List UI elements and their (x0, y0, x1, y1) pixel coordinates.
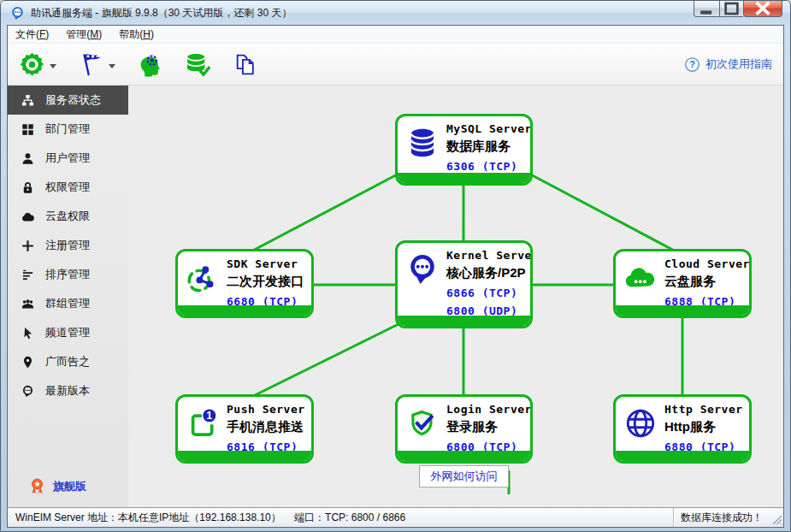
server-topology-diagram: 外网如何访问 MySQL Server数据库服务6306 (TCP)SDK Se… (128, 86, 783, 507)
node-subtitle: Http服务 (664, 419, 749, 435)
toolbar-button-settings[interactable] (19, 51, 56, 78)
head-gear-icon (137, 51, 163, 78)
copy-icon (233, 51, 259, 78)
toolbar: ? 初次使用指南 (8, 44, 783, 86)
lock-icon (21, 181, 34, 194)
toolbar-button-copy[interactable] (233, 51, 259, 78)
node-subtitle: 手机消息推送 (227, 419, 311, 435)
external-access-label: 外网如何访问 (431, 469, 498, 484)
window-controls (694, 1, 782, 17)
node-http-server: Http ServerHttp服务6880 (TCP) (613, 394, 752, 464)
gear-icon (19, 51, 45, 78)
sidebar-item-7[interactable]: 群组管理 (8, 289, 128, 318)
sidebar-item-4[interactable]: 云盘权限 (8, 202, 128, 231)
node-sdk-server: SDK Server二次开发接口6680 (TCP) (175, 249, 314, 318)
node-title: Push Server (227, 403, 311, 416)
sidebar-item-6[interactable]: 排序管理 (8, 260, 128, 289)
node-bottom-bar (178, 305, 311, 316)
sidebar-item-5[interactable]: 注册管理 (8, 231, 128, 260)
sidebar-item-label: 最新版本 (45, 383, 90, 399)
node-title: Kernel Server (446, 249, 530, 262)
sidebar-item-3[interactable]: 权限管理 (8, 173, 128, 202)
cloud-icon (21, 210, 34, 223)
node-title: Http Server (664, 403, 749, 416)
checkered-flag-icon (78, 51, 104, 78)
plus-icon (21, 239, 34, 252)
node-port: 6306 (TCP) (446, 160, 530, 173)
chevron-down-icon (109, 64, 115, 68)
status-bar: WinEIM Server 地址：本机任意IP地址（192.168.138.10… (8, 507, 783, 527)
node-subtitle: 数据库服务 (446, 139, 530, 155)
edition-label: 旗舰版 (53, 479, 86, 494)
sidebar-item-label: 频道管理 (45, 325, 90, 340)
database-check-icon (185, 51, 211, 78)
close-button[interactable] (743, 1, 782, 17)
minimize-button[interactable] (694, 1, 719, 17)
edition-badge: 旗舰版 (29, 478, 86, 494)
node-subtitle: 核心服务/P2P (446, 265, 530, 281)
first-use-guide-label: 初次使用指南 (705, 56, 772, 72)
edge-kernel-push (245, 322, 404, 400)
node-title: Login Server (446, 403, 530, 416)
sidebar-item-1[interactable]: 部门管理 (8, 115, 128, 144)
first-use-guide-link[interactable]: ? 初次使用指南 (684, 56, 772, 73)
node-mysql-server: MySQL Server数据库服务6306 (TCP) (395, 114, 533, 186)
sidebar-item-label: 注册管理 (45, 238, 90, 253)
toolbar-buttons (19, 51, 280, 78)
maximize-button[interactable] (719, 1, 743, 17)
sidebar-item-10[interactable]: 最新版本 (8, 376, 128, 405)
menu-bar: 文件(F)管理(M)帮助(H) (8, 26, 783, 44)
sidebar-item-8[interactable]: 频道管理 (8, 318, 128, 347)
sidebar-item-label: 用户管理 (45, 151, 90, 166)
node-bottom-bar (616, 305, 749, 316)
window-content: 文件(F)管理(M)帮助(H) ? 初次使用指南 服务器状态部门管理用户管理权限… (7, 25, 784, 528)
grid-icon (21, 123, 34, 136)
toolbar-button-database-check[interactable] (185, 51, 211, 78)
menu-item-f[interactable]: 文件(F) (15, 27, 49, 42)
cloud-dots-icon (624, 262, 657, 294)
node-bottom-bar (398, 316, 530, 326)
edge-mysql-cloud (524, 171, 682, 255)
toolbar-button-startup-flag[interactable] (78, 51, 115, 78)
title-bar: 助讯通服务端 - 旗舰版 9.9.8（30 天试用版，还剩 30 天） (1, 1, 790, 25)
sidebar-item-label: 部门管理 (45, 121, 90, 137)
app-window: 助讯通服务端 - 旗舰版 9.9.8（30 天试用版，还剩 30 天） 文件(F… (0, 0, 791, 532)
node-bottom-bar (616, 451, 749, 461)
chat-bubble-icon (21, 385, 34, 398)
node-bottom-bar (178, 451, 311, 461)
toolbar-button-smart-config[interactable] (137, 51, 163, 78)
sidebar-item-0[interactable]: 服务器状态 (8, 86, 128, 115)
node-subtitle: 登录服务 (446, 419, 530, 435)
chevron-down-icon (50, 64, 56, 68)
sidebar-item-label: 群组管理 (45, 296, 90, 311)
chat-pin-icon (406, 253, 439, 286)
node-title: MySQL Server (446, 122, 530, 135)
users-icon (21, 298, 34, 310)
user-icon (21, 152, 34, 165)
node-cloud-server: Cloud Server云盘服务6888 (TCP) (613, 249, 752, 318)
menu-item-h[interactable]: 帮助(H) (119, 27, 154, 42)
sidebar-item-label: 广而告之 (45, 354, 90, 369)
node-bottom-bar (398, 173, 530, 183)
external-access-link[interactable]: 外网如何访问 (419, 465, 509, 488)
medal-icon (29, 478, 45, 494)
node-port: 6866 (TCP) (446, 287, 530, 299)
sort-icon (21, 269, 34, 281)
svg-text:?: ? (689, 59, 695, 69)
push-badge-icon: 1 (186, 407, 219, 440)
database-icon (406, 127, 439, 159)
menu-item-m[interactable]: 管理(M) (66, 27, 102, 42)
sidebar-item-2[interactable]: 用户管理 (8, 144, 128, 173)
sidebar: 服务器状态部门管理用户管理权限管理云盘权限注册管理排序管理群组管理频道管理广而告… (8, 86, 128, 507)
globe-icon (624, 407, 657, 440)
share-nodes-icon (186, 262, 219, 294)
sidebar-item-9[interactable]: 广而告之 (8, 347, 128, 376)
node-push-server: 1Push Server手机消息推送6816 (TCP) (175, 394, 314, 464)
edge-mysql-sdk (245, 171, 404, 255)
cursor-icon (21, 327, 34, 340)
status-db-text: 数据库连接成功！ (674, 511, 783, 525)
resize-grip[interactable] (771, 514, 782, 525)
sidebar-item-label: 权限管理 (45, 180, 90, 195)
svg-text:1: 1 (206, 410, 212, 422)
status-address-text: WinEIM Server 地址：本机任意IP地址（192.168.138.10… (8, 511, 673, 525)
